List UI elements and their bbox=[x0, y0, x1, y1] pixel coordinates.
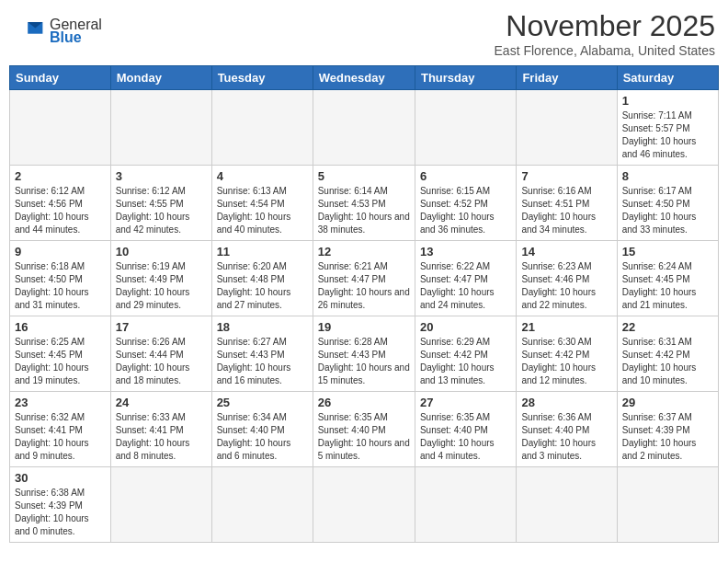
calendar-cell: 3Sunrise: 6:12 AM Sunset: 4:55 PM Daylig… bbox=[110, 166, 211, 241]
month-title: November 2025 bbox=[495, 9, 715, 43]
day-info: Sunrise: 6:20 AM Sunset: 4:48 PM Dayligh… bbox=[217, 260, 308, 312]
day-info: Sunrise: 7:11 AM Sunset: 5:57 PM Dayligh… bbox=[622, 109, 713, 161]
calendar-cell: 16Sunrise: 6:25 AM Sunset: 4:45 PM Dayli… bbox=[10, 316, 111, 392]
calendar-week-row: 30Sunrise: 6:38 AM Sunset: 4:39 PM Dayli… bbox=[10, 467, 719, 543]
day-info: Sunrise: 6:21 AM Sunset: 4:47 PM Dayligh… bbox=[318, 260, 410, 312]
logo-icon bbox=[13, 18, 46, 44]
day-info: Sunrise: 6:34 AM Sunset: 4:40 PM Dayligh… bbox=[217, 411, 308, 463]
calendar-cell: 29Sunrise: 6:37 AM Sunset: 4:39 PM Dayli… bbox=[617, 392, 718, 467]
day-info: Sunrise: 6:16 AM Sunset: 4:51 PM Dayligh… bbox=[521, 185, 611, 236]
calendar-table: SundayMondayTuesdayWednesdayThursdayFrid… bbox=[9, 65, 719, 543]
title-section: November 2025 East Florence, Alabama, Un… bbox=[495, 9, 715, 58]
day-number: 5 bbox=[318, 169, 410, 183]
day-info: Sunrise: 6:19 AM Sunset: 4:49 PM Dayligh… bbox=[116, 260, 207, 312]
day-info: Sunrise: 6:15 AM Sunset: 4:52 PM Dayligh… bbox=[420, 185, 511, 236]
calendar-cell bbox=[415, 90, 516, 166]
day-info: Sunrise: 6:31 AM Sunset: 4:42 PM Dayligh… bbox=[622, 336, 713, 387]
day-number: 13 bbox=[420, 245, 511, 259]
col-header-tuesday: Tuesday bbox=[211, 66, 313, 90]
calendar-cell: 2Sunrise: 6:12 AM Sunset: 4:56 PM Daylig… bbox=[10, 166, 111, 241]
day-number: 12 bbox=[318, 245, 410, 259]
day-number: 25 bbox=[217, 396, 308, 409]
calendar-cell bbox=[110, 467, 211, 543]
day-info: Sunrise: 6:13 AM Sunset: 4:54 PM Dayligh… bbox=[217, 185, 308, 236]
calendar-cell: 10Sunrise: 6:19 AM Sunset: 4:49 PM Dayli… bbox=[110, 241, 211, 316]
calendar-week-row: 23Sunrise: 6:32 AM Sunset: 4:41 PM Dayli… bbox=[10, 392, 719, 467]
day-info: Sunrise: 6:24 AM Sunset: 4:45 PM Dayligh… bbox=[622, 260, 713, 312]
day-info: Sunrise: 6:35 AM Sunset: 4:40 PM Dayligh… bbox=[318, 411, 410, 463]
calendar-cell: 22Sunrise: 6:31 AM Sunset: 4:42 PM Dayli… bbox=[617, 316, 718, 392]
calendar-cell: 7Sunrise: 6:16 AM Sunset: 4:51 PM Daylig… bbox=[517, 166, 617, 241]
calendar-cell: 1Sunrise: 7:11 AM Sunset: 5:57 PM Daylig… bbox=[617, 90, 718, 166]
day-info: Sunrise: 6:37 AM Sunset: 4:39 PM Dayligh… bbox=[622, 411, 713, 463]
calendar-cell: 28Sunrise: 6:36 AM Sunset: 4:40 PM Dayli… bbox=[517, 392, 617, 467]
calendar-cell bbox=[313, 467, 415, 543]
col-header-sunday: Sunday bbox=[10, 66, 111, 90]
col-header-saturday: Saturday bbox=[617, 66, 718, 90]
day-number: 18 bbox=[217, 320, 308, 334]
day-info: Sunrise: 6:12 AM Sunset: 4:56 PM Dayligh… bbox=[15, 185, 106, 236]
calendar-week-row: 2Sunrise: 6:12 AM Sunset: 4:56 PM Daylig… bbox=[10, 166, 719, 241]
calendar-cell: 15Sunrise: 6:24 AM Sunset: 4:45 PM Dayli… bbox=[617, 241, 718, 316]
day-info: Sunrise: 6:14 AM Sunset: 4:53 PM Dayligh… bbox=[318, 185, 410, 236]
day-number: 30 bbox=[15, 471, 106, 485]
day-info: Sunrise: 6:22 AM Sunset: 4:47 PM Dayligh… bbox=[420, 260, 511, 312]
day-info: Sunrise: 6:36 AM Sunset: 4:40 PM Dayligh… bbox=[521, 411, 611, 463]
day-number: 14 bbox=[521, 245, 611, 259]
day-info: Sunrise: 6:33 AM Sunset: 4:41 PM Dayligh… bbox=[116, 411, 207, 463]
calendar-cell bbox=[110, 90, 211, 166]
col-header-monday: Monday bbox=[110, 66, 211, 90]
location-title: East Florence, Alabama, United States bbox=[495, 43, 715, 58]
logo-text: General Blue bbox=[50, 17, 102, 46]
calendar-week-row: 16Sunrise: 6:25 AM Sunset: 4:45 PM Dayli… bbox=[10, 316, 719, 392]
day-number: 9 bbox=[15, 245, 106, 259]
calendar-cell: 19Sunrise: 6:28 AM Sunset: 4:43 PM Dayli… bbox=[313, 316, 415, 392]
day-number: 7 bbox=[521, 169, 611, 183]
calendar-cell: 6Sunrise: 6:15 AM Sunset: 4:52 PM Daylig… bbox=[415, 166, 516, 241]
col-header-thursday: Thursday bbox=[415, 66, 516, 90]
calendar-cell bbox=[617, 467, 718, 543]
calendar-cell: 9Sunrise: 6:18 AM Sunset: 4:50 PM Daylig… bbox=[10, 241, 111, 316]
day-number: 11 bbox=[217, 245, 308, 259]
day-number: 3 bbox=[116, 169, 207, 183]
calendar-cell bbox=[415, 467, 516, 543]
day-info: Sunrise: 6:28 AM Sunset: 4:43 PM Dayligh… bbox=[318, 336, 410, 387]
calendar-cell: 17Sunrise: 6:26 AM Sunset: 4:44 PM Dayli… bbox=[110, 316, 211, 392]
calendar-cell: 23Sunrise: 6:32 AM Sunset: 4:41 PM Dayli… bbox=[10, 392, 111, 467]
calendar-cell: 12Sunrise: 6:21 AM Sunset: 4:47 PM Dayli… bbox=[313, 241, 415, 316]
calendar-week-row: 9Sunrise: 6:18 AM Sunset: 4:50 PM Daylig… bbox=[10, 241, 719, 316]
calendar-header-row: SundayMondayTuesdayWednesdayThursdayFrid… bbox=[10, 66, 719, 90]
logo: General Blue bbox=[13, 17, 102, 46]
calendar-cell: 21Sunrise: 6:30 AM Sunset: 4:42 PM Dayli… bbox=[517, 316, 617, 392]
day-info: Sunrise: 6:32 AM Sunset: 4:41 PM Dayligh… bbox=[15, 411, 106, 463]
calendar-week-row: 1Sunrise: 7:11 AM Sunset: 5:57 PM Daylig… bbox=[10, 90, 719, 166]
calendar-cell: 30Sunrise: 6:38 AM Sunset: 4:39 PM Dayli… bbox=[10, 467, 111, 543]
col-header-wednesday: Wednesday bbox=[313, 66, 415, 90]
calendar-cell: 18Sunrise: 6:27 AM Sunset: 4:43 PM Dayli… bbox=[211, 316, 313, 392]
day-number: 16 bbox=[15, 320, 106, 334]
calendar-cell bbox=[517, 90, 617, 166]
calendar-cell: 25Sunrise: 6:34 AM Sunset: 4:40 PM Dayli… bbox=[211, 392, 313, 467]
col-header-friday: Friday bbox=[517, 66, 617, 90]
page-header: General Blue November 2025 East Florence… bbox=[9, 9, 719, 58]
day-number: 29 bbox=[622, 396, 713, 409]
day-number: 15 bbox=[622, 245, 713, 259]
calendar-cell bbox=[211, 90, 313, 166]
day-number: 19 bbox=[318, 320, 410, 334]
day-number: 27 bbox=[420, 396, 511, 409]
calendar-cell: 11Sunrise: 6:20 AM Sunset: 4:48 PM Dayli… bbox=[211, 241, 313, 316]
day-number: 6 bbox=[420, 169, 511, 183]
calendar-cell: 14Sunrise: 6:23 AM Sunset: 4:46 PM Dayli… bbox=[517, 241, 617, 316]
calendar-cell: 27Sunrise: 6:35 AM Sunset: 4:40 PM Dayli… bbox=[415, 392, 516, 467]
calendar-cell: 13Sunrise: 6:22 AM Sunset: 4:47 PM Dayli… bbox=[415, 241, 516, 316]
calendar-cell: 20Sunrise: 6:29 AM Sunset: 4:42 PM Dayli… bbox=[415, 316, 516, 392]
day-info: Sunrise: 6:35 AM Sunset: 4:40 PM Dayligh… bbox=[420, 411, 511, 463]
day-number: 20 bbox=[420, 320, 511, 334]
day-info: Sunrise: 6:18 AM Sunset: 4:50 PM Dayligh… bbox=[15, 260, 106, 312]
calendar-cell: 8Sunrise: 6:17 AM Sunset: 4:50 PM Daylig… bbox=[617, 166, 718, 241]
calendar-cell bbox=[10, 90, 111, 166]
calendar-cell: 24Sunrise: 6:33 AM Sunset: 4:41 PM Dayli… bbox=[110, 392, 211, 467]
day-info: Sunrise: 6:12 AM Sunset: 4:55 PM Dayligh… bbox=[116, 185, 207, 236]
calendar-cell: 4Sunrise: 6:13 AM Sunset: 4:54 PM Daylig… bbox=[211, 166, 313, 241]
day-number: 28 bbox=[521, 396, 611, 409]
